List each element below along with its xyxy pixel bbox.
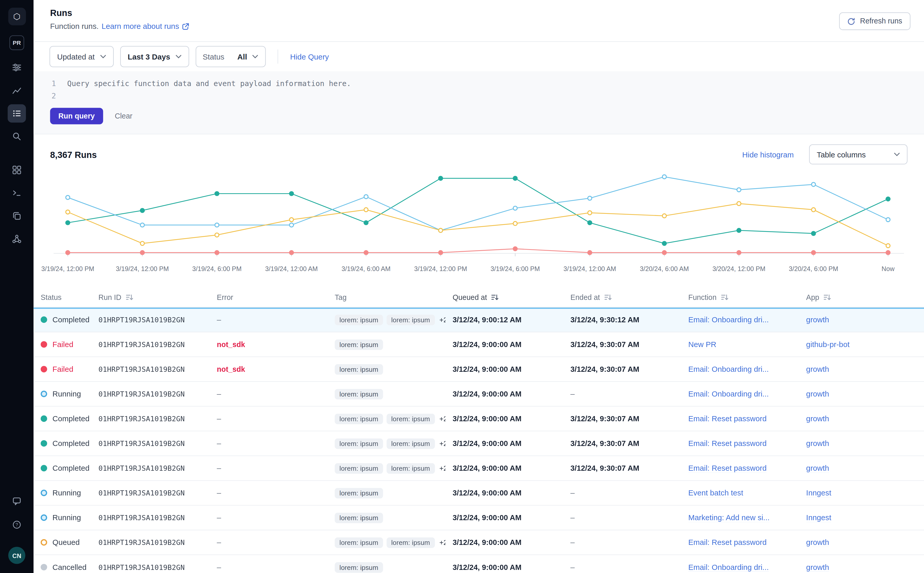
function-link[interactable]: Marketing: Add new si... [688,513,770,522]
sidebar-item-docs[interactable] [8,207,26,225]
status-dot [41,415,47,422]
metrics-icon [12,86,22,96]
status-filter-dropdown[interactable]: Status All [196,46,266,67]
error-cell: not_sdk [210,340,327,349]
app-cell: growth [799,315,924,324]
table-row[interactable]: Completed 01HRPT19RJSA1019B2GN – lorem: … [33,456,924,481]
table-columns-select[interactable]: Table columns [809,144,907,164]
sort-icon [125,293,133,301]
app-link[interactable]: Inngest [806,488,832,497]
table-row[interactable]: Completed 01HRPT19RJSA1019B2GN – lorem: … [33,308,924,332]
tag-cell: lorem: ipsumlorem: ipsum+2 [328,438,445,449]
sidebar-item-support[interactable] [8,492,26,510]
column-header-ended-at[interactable]: Ended at [563,293,681,301]
function-link[interactable]: New PR [688,340,716,349]
refresh-icon [848,17,855,25]
table-row[interactable]: Failed 01HRPT19RJSA1019B2GN not_sdk lore… [33,357,924,382]
app-link[interactable]: growth [806,365,829,374]
column-header-app[interactable]: App [799,293,924,301]
app-link[interactable]: github-pr-bot [806,340,850,349]
column-header-error: Error [210,293,327,301]
tag-more: +2 [439,538,445,546]
function-link[interactable]: Email: Reset password [688,538,767,547]
app-link[interactable]: growth [806,538,829,547]
tag-more: +2 [439,439,445,448]
inngest-logo[interactable]: ⬡ [8,8,26,25]
function-link[interactable]: Event batch test [688,488,743,497]
sidebar-item-metrics[interactable] [8,81,26,100]
sort-field-dropdown[interactable]: Updated at [50,46,113,67]
app-link[interactable]: growth [806,439,829,448]
status-cell: Completed [33,414,91,423]
app-link[interactable]: Inngest [806,513,832,522]
status-label: Completed [53,414,90,423]
help-icon[interactable]: ? [8,515,26,534]
sidebar-item-apps[interactable] [8,161,26,179]
sidebar-item-filters[interactable] [8,58,26,77]
table-row[interactable]: Completed 01HRPT19RJSA1019B2GN – lorem: … [33,407,924,431]
chevron-down-icon [100,55,106,58]
app-link[interactable]: growth [806,390,829,398]
sidebar: ⬡ PR [0,0,33,573]
chart-x-label: 3/19/24, 6:00 PM [192,265,242,272]
ended-at: – [563,538,681,547]
hide-query-link[interactable]: Hide Query [290,52,329,61]
function-link[interactable]: Email: Onboarding dri... [688,563,769,571]
refresh-runs-button[interactable]: Refresh runs [839,13,911,30]
table-row[interactable]: Queued 01HRPT19RJSA1019B2GN – lorem: ips… [33,530,924,555]
error-cell: – [210,563,327,571]
function-link[interactable]: Email: Reset password [688,439,767,448]
ended-at: – [563,513,681,522]
hexagon-glyph: ⬡ [13,12,20,21]
query-editor[interactable]: 1 Query specific function data and event… [33,71,924,135]
table-row[interactable]: Running 01HRPT19RJSA1019B2GN – lorem: ip… [33,506,924,530]
table-row[interactable]: Running 01HRPT19RJSA1019B2GN – lorem: ip… [33,481,924,506]
error-cell: – [210,513,327,522]
time-range-dropdown[interactable]: Last 3 Days [120,46,189,67]
column-header-queued-at[interactable]: Queued at [445,293,563,301]
column-header-run-id[interactable]: Run ID [91,293,210,301]
table-row[interactable]: Running 01HRPT19RJSA1019B2GN – lorem: ip… [33,382,924,407]
column-label: Queued at [453,293,487,301]
sidebar-item-events[interactable] [8,127,26,146]
run-query-button[interactable]: Run query [50,108,103,124]
table-row[interactable]: Cancelled 01HRPT19RJSA1019B2GN – lorem: … [33,555,924,573]
app-link[interactable]: growth [806,315,829,324]
function-link[interactable]: Email: Onboarding dri... [688,390,769,398]
learn-more-link[interactable]: Learn more about runs [102,22,179,31]
tag-cell: lorem: ipsumlorem: ipsum+2 [328,463,445,473]
function-link[interactable]: Email: Onboarding dri... [688,365,769,374]
column-label: Run ID [99,293,121,301]
function-cell: Email: Onboarding dri... [681,563,799,571]
table-row[interactable]: Failed 01HRPT19RJSA1019B2GN not_sdk lore… [33,332,924,357]
function-link[interactable]: Email: Onboarding dri... [688,315,769,324]
error-cell: – [210,439,327,448]
sidebar-item-runs[interactable] [8,104,26,123]
table-body: Completed 01HRPT19RJSA1019B2GN – lorem: … [33,308,924,573]
column-header-function[interactable]: Function [681,293,799,301]
column-label: App [806,293,819,301]
sort-icon [721,293,728,301]
app-link[interactable]: growth [806,464,829,473]
chart-x-label: 3/19/24, 6:00 AM [342,265,391,272]
queued-at: 3/12/24, 9:00:00 AM [445,563,563,571]
workspace-pr-badge[interactable]: PR [9,35,24,50]
app-link[interactable]: growth [806,414,829,423]
status-cell: Completed [33,464,91,473]
app-link[interactable]: growth [806,563,829,571]
queued-at: 3/12/24, 9:00:00 AM [445,538,563,547]
ended-at: 3/12/24, 9:30:12 AM [563,315,681,324]
user-avatar[interactable]: CN [8,547,25,564]
hide-histogram-link[interactable]: Hide histogram [742,150,794,159]
function-cell: Email: Onboarding dri... [681,390,799,398]
function-link[interactable]: Email: Reset password [688,414,767,423]
webhooks-icon [12,234,22,244]
runs-section: 8,367 Runs Hide histogram Table columns … [33,134,924,288]
function-link[interactable]: Email: Reset password [688,464,767,473]
page-title: Runs [50,8,189,18]
sidebar-item-webhooks[interactable] [8,230,26,248]
clear-query-button[interactable]: Clear [115,112,132,120]
app-cell: growth [799,390,924,398]
table-row[interactable]: Completed 01HRPT19RJSA1019B2GN – lorem: … [33,431,924,456]
sidebar-item-functions[interactable] [8,184,26,202]
